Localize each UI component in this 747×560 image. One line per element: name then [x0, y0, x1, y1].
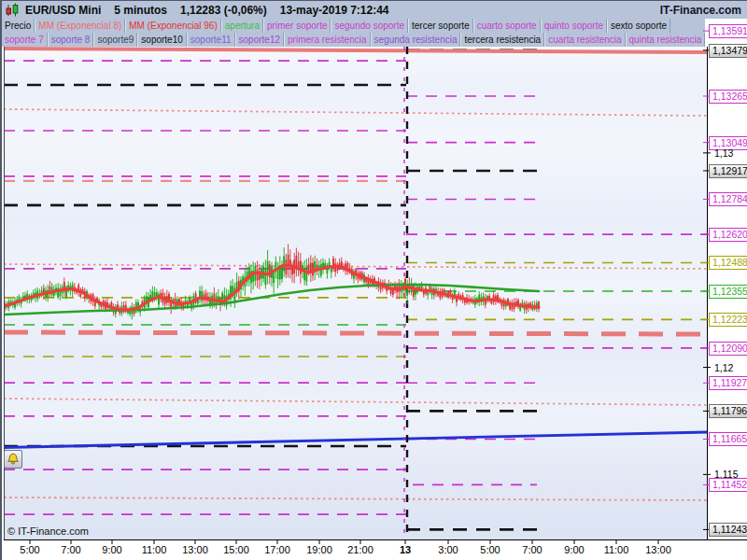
price-label-1_11665: 1,11665 [709, 432, 747, 446]
price-label-1_12: 1,12 [711, 361, 737, 375]
plot-background [4, 47, 707, 539]
price-label-1_13265: 1,13265 [709, 90, 747, 104]
time-label-19-00: 19:00 [306, 544, 332, 555]
time-label-3-00: 3:00 [438, 544, 458, 555]
time-label-9-00: 9:00 [564, 544, 584, 555]
time-label-5-00: 5:00 [480, 544, 500, 555]
time-label-9-00: 9:00 [102, 544, 121, 555]
bell-icon [7, 453, 20, 466]
price-label-1_11452: 1,11452 [709, 478, 747, 492]
copyright-watermark: © IT-Finance.com [7, 525, 89, 537]
price-label-1_12917: 1,12917 [709, 164, 747, 178]
time-label-13: 13 [400, 544, 411, 555]
trading-chart-window: EUR/USD Mini 5 minutos 1,12283 (-0,06%) … [0, 0, 747, 560]
price-label-1_12620: 1,12620 [709, 228, 747, 242]
chart-canvas[interactable] [2, 1, 747, 560]
time-label-7-00: 7:00 [61, 544, 80, 555]
price-label-1_13479: 1,13479 [709, 44, 747, 58]
time-label-21-00: 21:00 [347, 544, 374, 555]
price-label-1_13: 1,13 [711, 147, 737, 161]
time-label-17-00: 17:00 [264, 544, 290, 555]
price-label-1_12223: 1,12223 [709, 313, 747, 327]
price-label-1_11796: 1,11796 [709, 404, 747, 418]
time-label-11-00: 11:00 [142, 544, 167, 555]
time-label-7-00: 7:00 [522, 544, 542, 555]
price-label-1_13591: 1,13591 [709, 24, 747, 38]
time-label-13-00: 13:00 [182, 544, 208, 555]
price-label-1_12784: 1,12784 [709, 192, 747, 206]
alert-bell-button[interactable] [4, 450, 22, 469]
price-label-1_11927: 1,11927 [709, 376, 747, 390]
time-label-11-00: 11:00 [604, 544, 629, 555]
time-label-5-00: 5:00 [20, 544, 39, 555]
price-label-1_12090: 1,12090 [709, 342, 747, 356]
time-label-15-00: 15:00 [223, 544, 249, 555]
price-label-1_12488: 1,12488 [709, 256, 747, 270]
time-label-13-00: 13:00 [645, 544, 671, 555]
price-label-1_12355: 1,12355 [709, 285, 747, 299]
price-label-1_11243: 1,11243 [709, 523, 747, 537]
